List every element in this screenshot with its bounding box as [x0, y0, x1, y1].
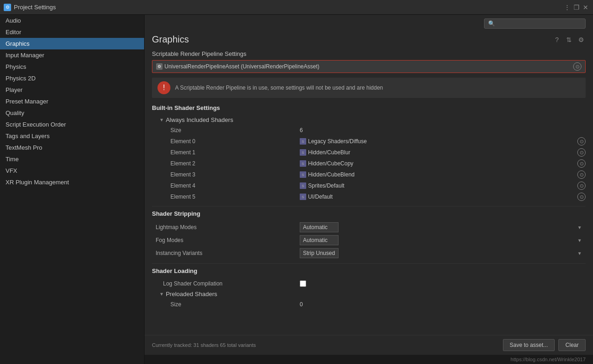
lightmap-modes-row: Lightmap Modes Automatic Strip Unused Ke…: [152, 221, 586, 234]
element-4-value-row: S Sprites/Default ⊙: [300, 182, 586, 190]
close-button[interactable]: ✕: [582, 4, 589, 11]
settings-icon-button[interactable]: ⚙: [576, 35, 586, 44]
sidebar-item-graphics[interactable]: Graphics: [0, 38, 144, 49]
log-shader-checkbox[interactable]: [300, 280, 306, 287]
element-1-label: Element 1: [152, 149, 300, 156]
restore-button[interactable]: ❐: [573, 4, 580, 11]
preloaded-size-value: 0: [300, 301, 586, 308]
sidebar-item-time[interactable]: Time: [0, 153, 144, 165]
sidebar-item-physics-2d[interactable]: Physics 2D: [0, 73, 144, 84]
collapse-triangle-icon: ▼: [159, 117, 164, 122]
sidebar-item-xr-plugin-management[interactable]: XR Plugin Management: [0, 176, 144, 188]
element-2-value-row: S Hidden/CubeCopy ⊙: [300, 159, 586, 168]
element-3-value: S Hidden/CubeBlend: [300, 171, 355, 178]
instancing-dropdown[interactable]: Automatic Strip Unused Keep All: [300, 248, 339, 258]
element-5-label: Element 5: [152, 194, 300, 200]
element-1-select-button[interactable]: ⊙: [577, 148, 586, 157]
shader-element-1: Element 1 S Hidden/CubeBlur ⊙: [152, 147, 586, 158]
element-0-label: Element 0: [152, 138, 300, 145]
lightmap-dropdown-wrapper: Automatic Strip Unused Keep All: [300, 222, 586, 232]
titlebar-title: Project Settings: [14, 4, 56, 11]
more-options-button[interactable]: ⋮: [563, 4, 571, 11]
sidebar-item-input-manager[interactable]: Input Manager: [0, 49, 144, 61]
help-icon-button[interactable]: ?: [552, 35, 562, 44]
pipeline-asset-text: UniversalRenderPipelineAsset (UniversalR…: [164, 63, 320, 70]
warning-text: A Scriptable Render Pipeline is in use, …: [175, 85, 383, 91]
element-3-label: Element 3: [152, 171, 300, 178]
titlebar-left: ⚙ Project Settings: [4, 4, 56, 11]
content-header: [145, 15, 593, 30]
url-bar: https://blog.csdn.net/Wrinkle2017: [145, 355, 593, 364]
shader-element-3: Element 3 S Hidden/CubeBlend ⊙: [152, 169, 586, 180]
pipeline-asset-icon: ⚙: [156, 63, 163, 70]
preloaded-collapse-icon: ▼: [159, 291, 164, 297]
size-value: 6: [300, 127, 586, 133]
sidebar-item-quality[interactable]: Quality: [0, 107, 144, 119]
shader-element-0: Element 0 S Legacy Shaders/Diffuse ⊙: [152, 136, 586, 147]
sidebar-item-editor[interactable]: Editor: [0, 26, 144, 38]
preloaded-size-label: Size: [152, 301, 300, 308]
element-5-value: S UI/Default: [300, 194, 333, 200]
sidebar: Audio Editor Graphics Input Manager Phys…: [0, 15, 145, 364]
project-settings-icon: ⚙: [4, 4, 11, 11]
sidebar-item-player[interactable]: Player: [0, 84, 144, 96]
header-icons: ? ⇅ ⚙: [552, 35, 586, 44]
builtin-shader-title: Built-in Shader Settings: [152, 104, 586, 111]
element-0-select-button[interactable]: ⊙: [577, 137, 586, 146]
sidebar-item-script-execution-order[interactable]: Script Execution Order: [0, 119, 144, 130]
bottom-bar: Currently tracked: 31 shaders 65 total v…: [145, 335, 593, 355]
sidebar-item-audio[interactable]: Audio: [0, 15, 144, 26]
element-5-select-button[interactable]: ⊙: [577, 193, 586, 201]
element-2-select-button[interactable]: ⊙: [577, 159, 586, 168]
log-shader-row: Log Shader Compilation: [152, 278, 586, 289]
element-0-value: S Legacy Shaders/Diffuse: [300, 138, 367, 145]
separator-1: [152, 206, 586, 206]
shader-icon-2: S: [300, 160, 306, 167]
search-input[interactable]: [484, 18, 586, 29]
element-3-select-button[interactable]: ⊙: [577, 170, 586, 179]
sidebar-item-vfx[interactable]: VFX: [0, 165, 144, 176]
fog-label: Fog Modes: [152, 237, 300, 243]
preloaded-size-row: Size 0: [152, 299, 586, 310]
sidebar-item-physics[interactable]: Physics: [0, 61, 144, 73]
sidebar-item-tags-and-layers[interactable]: Tags and Layers: [0, 130, 144, 142]
scriptable-render-label: Scriptable Render Pipeline Settings: [152, 50, 586, 57]
sidebar-item-textmesh-pro[interactable]: TextMesh Pro: [0, 142, 144, 153]
element-4-value: S Sprites/Default: [300, 182, 345, 189]
lightmap-dropdown[interactable]: Automatic Strip Unused Keep All: [300, 222, 339, 232]
shader-icon-0: S: [300, 138, 306, 145]
shader-icon-4: S: [300, 182, 306, 189]
element-3-value-row: S Hidden/CubeBlend ⊙: [300, 170, 586, 179]
lightmap-label: Lightmap Modes: [152, 224, 300, 231]
preloaded-shaders-label: Preloaded Shaders: [166, 291, 217, 297]
layout-icon-button[interactable]: ⇅: [564, 35, 574, 44]
pipeline-asset-select-button[interactable]: ⊙: [573, 62, 581, 71]
page-title: Graphics: [152, 34, 189, 45]
shader-element-4: Element 4 S Sprites/Default ⊙: [152, 180, 586, 191]
sidebar-item-preset-manager[interactable]: Preset Manager: [0, 96, 144, 107]
element-4-label: Element 4: [152, 182, 300, 189]
fog-dropdown[interactable]: Automatic Strip Unused Keep All: [300, 235, 339, 245]
separator-2: [152, 263, 586, 264]
pipeline-asset-row: ⚙ UniversalRenderPipelineAsset (Universa…: [152, 60, 586, 73]
content-body: Scriptable Render Pipeline Settings ⚙ Un…: [145, 50, 593, 335]
element-4-select-button[interactable]: ⊙: [577, 182, 586, 190]
fog-modes-row: Fog Modes Automatic Strip Unused Keep Al…: [152, 234, 586, 247]
shader-size-row: Size 6: [152, 125, 586, 136]
preloaded-shaders-header: ▼ Preloaded Shaders: [152, 289, 586, 299]
shader-element-2: Element 2 S Hidden/CubeCopy ⊙: [152, 158, 586, 169]
main-container: Audio Editor Graphics Input Manager Phys…: [0, 15, 593, 364]
element-5-value-row: S UI/Default ⊙: [300, 193, 586, 201]
titlebar-controls: ⋮ ❐ ✕: [563, 4, 589, 11]
url-text: https://blog.csdn.net/Wrinkle2017: [511, 357, 586, 362]
element-1-value-row: S Hidden/CubeBlur ⊙: [300, 148, 586, 157]
save-to-asset-button[interactable]: Save to asset...: [503, 339, 555, 351]
bottom-buttons: Save to asset... Clear: [503, 339, 586, 351]
element-2-label: Element 2: [152, 160, 300, 167]
element-1-value: S Hidden/CubeBlur: [300, 149, 350, 156]
tracked-text: Currently tracked: 31 shaders 65 total v…: [152, 342, 256, 348]
clear-button[interactable]: Clear: [558, 339, 586, 351]
instancing-variants-row: Instancing Variants Automatic Strip Unus…: [152, 247, 586, 260]
shader-loading-title: Shader Loading: [152, 267, 586, 274]
warning-box: ! A Scriptable Render Pipeline is in use…: [152, 78, 586, 98]
